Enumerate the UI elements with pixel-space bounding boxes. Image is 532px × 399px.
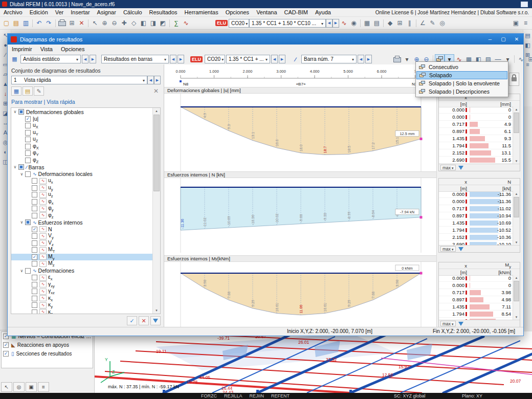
tree-item-uz[interactable]: uZ bbox=[11, 136, 153, 143]
menu-edicion[interactable]: Edición bbox=[26, 9, 52, 15]
dialog-co-combo[interactable]: CO20 bbox=[205, 55, 225, 63]
max-filter-button[interactable]: max bbox=[440, 246, 456, 252]
tree-item-xy[interactable]: ∿γxy bbox=[11, 281, 153, 289]
tree-item-mt[interactable]: ∿MT bbox=[11, 247, 153, 254]
result-type-prev-button[interactable] bbox=[170, 55, 176, 63]
checkbox[interactable] bbox=[32, 261, 37, 267]
restore-window-icon[interactable] bbox=[521, 2, 528, 7]
overlay-option-consecutivo[interactable]: Consecutivo bbox=[416, 63, 507, 71]
table-row[interactable]: 0.7174.9 bbox=[439, 121, 520, 128]
clear-icon[interactable] bbox=[151, 87, 161, 95]
visibility-icon[interactable]: ◎ bbox=[437, 18, 447, 28]
scroll-up-icon[interactable] bbox=[513, 106, 520, 113]
table-row[interactable]: 0.0000 bbox=[439, 114, 520, 121]
result-diagrams-icon[interactable]: ∿ bbox=[339, 18, 349, 28]
dialog-load-combo[interactable]: 1.35 * CC1 + ... bbox=[226, 55, 270, 63]
max-filter-button[interactable]: max bbox=[440, 165, 456, 170]
tree-scrollbar[interactable] bbox=[152, 108, 160, 314]
lock-icon[interactable] bbox=[509, 73, 519, 86]
tree-item-y[interactable]: ∿κy bbox=[11, 302, 153, 309]
open-model-icon[interactable]: ▤ bbox=[11, 18, 21, 28]
table-scrollbar[interactable] bbox=[513, 106, 520, 164]
checkbox[interactable] bbox=[32, 296, 37, 301]
tree-item-u[interactable]: ✓|u| bbox=[11, 116, 153, 123]
tree-item-ux[interactable]: uX bbox=[11, 122, 153, 129]
scroll-up-icon[interactable] bbox=[153, 108, 160, 114]
tree-item-esfuerzos-internos[interactable]: ∨∿Esfuerzos internos bbox=[11, 219, 153, 226]
co-combo[interactable]: CO20 bbox=[229, 19, 249, 28]
tree-item-x[interactable]: ∿φx bbox=[11, 198, 153, 206]
quick-view-combo[interactable]: 1 Vista rápida bbox=[11, 76, 147, 84]
measure-icon[interactable]: ∠ bbox=[418, 18, 428, 28]
table-row[interactable]: 2.152-10.36 bbox=[439, 234, 520, 241]
checkbox[interactable] bbox=[32, 289, 37, 294]
select-icon[interactable]: ↖ bbox=[90, 18, 100, 28]
table-row[interactable]: 0.0000 bbox=[439, 106, 520, 114]
max-filter-button[interactable]: max bbox=[440, 321, 456, 326]
tree-item-deformaciones[interactable]: ∨∿Deformaciones bbox=[11, 268, 153, 275]
status-toggle-forzc[interactable]: FORZC bbox=[201, 393, 217, 399]
panel-item-secciones-de-resultados[interactable]: ✓▯Secciones de resultados bbox=[2, 349, 93, 358]
new-model-icon[interactable]: ▢ bbox=[2, 18, 11, 28]
checkbox[interactable] bbox=[32, 213, 37, 218]
dialog-menu-vista[interactable]: Vista bbox=[36, 46, 57, 52]
filter-icon[interactable] bbox=[458, 247, 463, 251]
reset-selection-icon[interactable] bbox=[139, 316, 149, 325]
status-toggle-rejiin[interactable]: REJIIN bbox=[250, 393, 264, 399]
checkbox[interactable]: ✓ bbox=[3, 342, 9, 348]
diagram-1[interactable]: 4.99.313.116.018.018.718.517.215.112.5 m… bbox=[164, 94, 436, 171]
checkbox[interactable] bbox=[25, 150, 31, 156]
table-row[interactable]: 0.000-11.36 bbox=[439, 191, 520, 198]
tree-item-uy[interactable]: ∿uy bbox=[11, 185, 153, 192]
dock-panel-icon[interactable]: ▣ bbox=[511, 18, 521, 28]
filter-icon[interactable] bbox=[458, 322, 463, 326]
view-y-icon[interactable]: ◨ bbox=[148, 18, 158, 28]
member-prev-button[interactable] bbox=[358, 55, 364, 63]
analysis-next-button[interactable] bbox=[90, 55, 96, 63]
checkbox[interactable] bbox=[32, 309, 37, 314]
tree-item-deformaciones-locales[interactable]: ∨∿Deformaciones locales bbox=[11, 171, 153, 178]
diagram-2[interactable]: -11.02-10.69-10.36-10.02-9.66-9.33-8.99-… bbox=[164, 178, 436, 253]
tree-item-deformaciones-globales[interactable]: ∨Deformaciones globales bbox=[11, 108, 153, 116]
analysis-combo[interactable]: Análisis estático bbox=[20, 55, 81, 63]
overlay-option-solapado-descripciones[interactable]: Solapado | Descripciones bbox=[416, 87, 507, 96]
table-row[interactable]: 0.8976.1 bbox=[439, 128, 520, 135]
isometric-view-icon[interactable]: ◇ bbox=[129, 18, 139, 28]
menu-asignar[interactable]: Asignar bbox=[94, 9, 120, 15]
checkbox[interactable] bbox=[25, 171, 31, 177]
camera-icon[interactable]: ▣ bbox=[26, 382, 37, 392]
zoom-out-icon[interactable]: ⊖ bbox=[109, 18, 119, 28]
table-row[interactable]: 0.000-11.36 bbox=[439, 198, 520, 205]
load-prev-button[interactable] bbox=[271, 55, 278, 63]
diagram-3[interactable]: 3.987.089.2910.6111.0610.619.297.083.980… bbox=[164, 262, 436, 327]
tree-item-x[interactable]: ∿κx bbox=[11, 295, 153, 302]
table-row[interactable]: 1.794-10.52 bbox=[439, 227, 520, 234]
status-toggle-rejilla[interactable]: REJILLA bbox=[224, 393, 242, 399]
expand-icon[interactable]: ∨ bbox=[19, 220, 25, 225]
tree-item-uz[interactable]: ∿uz bbox=[11, 191, 153, 198]
tree-item-y[interactable]: φY bbox=[11, 150, 153, 157]
overlay-option-solapado[interactable]: Solapado bbox=[416, 71, 507, 79]
table-row[interactable]: 2.69015.5 bbox=[439, 157, 520, 164]
expand-icon[interactable]: ∨ bbox=[19, 269, 25, 273]
table-row[interactable]: 0.8974.98 bbox=[439, 296, 520, 303]
checkbox[interactable] bbox=[25, 219, 31, 225]
scroll-up-icon[interactable] bbox=[513, 275, 520, 281]
scroll-up-icon[interactable] bbox=[513, 191, 520, 197]
checkbox[interactable]: ✓ bbox=[25, 116, 31, 122]
move-view-icon[interactable]: ✚ bbox=[119, 18, 129, 28]
zoom-window-icon[interactable]: ⊕ bbox=[100, 18, 109, 28]
tree-item-vy[interactable]: ∿Vy bbox=[11, 233, 153, 240]
checkbox[interactable] bbox=[32, 247, 37, 253]
status-toggle-refent[interactable]: REFENT bbox=[271, 393, 290, 399]
copy-set-icon[interactable] bbox=[23, 86, 33, 96]
print-icon[interactable] bbox=[392, 54, 402, 64]
scroll-thumb[interactable] bbox=[514, 281, 519, 301]
tree-item-y[interactable]: ∿φy bbox=[11, 205, 153, 212]
tree-item-xz[interactable]: ∿γxz bbox=[11, 288, 153, 295]
member-next-button[interactable] bbox=[365, 55, 372, 63]
next-loadcase-button[interactable] bbox=[332, 19, 339, 28]
calculate-icon[interactable]: ∑ bbox=[171, 18, 181, 28]
select-mode-icon[interactable]: ↖ bbox=[1, 382, 12, 392]
menu-ver[interactable]: Ver bbox=[52, 9, 68, 15]
